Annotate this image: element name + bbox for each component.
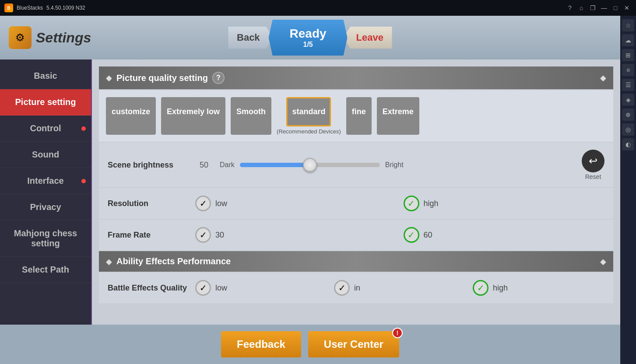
feedback-button[interactable]: Feedback: [221, 331, 301, 357]
framerate-30-label: 30: [215, 231, 224, 240]
ready-button[interactable]: Ready 1/5: [269, 20, 348, 56]
sidebar-item-privacy[interactable]: Privacy: [0, 194, 91, 220]
bottom-bar: Feedback User Center !: [0, 325, 620, 364]
battle-low-check[interactable]: ✓: [195, 280, 211, 296]
option-fine-wrapper: fine: [346, 97, 372, 135]
sidebar-icon-6[interactable]: ◈: [622, 94, 634, 106]
interface-notification-dot: [81, 179, 86, 183]
resolution-high-option[interactable]: ✓ high: [404, 196, 605, 211]
option-standard-sub: (Recommended Devices): [277, 128, 341, 135]
framerate-label: Frame Rate: [108, 231, 195, 240]
sidebar-item-interface[interactable]: Interface: [0, 168, 91, 194]
resolution-toggle-row: ✓ low ✓ high: [195, 196, 604, 211]
ability-header-icon-left: ◆: [106, 257, 112, 266]
sidebar-icon-3[interactable]: ⊞: [622, 49, 634, 61]
battle-high-check[interactable]: ✓: [473, 280, 488, 296]
settings-content: ◆ Picture quality setting ? ◆ customize …: [92, 60, 620, 325]
help-icon[interactable]: ?: [212, 72, 225, 84]
ready-sub: 1/5: [282, 41, 334, 49]
quality-options: customize Extremely low Smooth standard: [99, 90, 613, 142]
option-smooth[interactable]: Smooth: [231, 97, 271, 135]
brightness-row: Scene brightness 50 Dark Bright ↩ Reset: [99, 143, 613, 187]
option-customize[interactable]: customize: [106, 97, 156, 135]
settings-icon: ⚙: [15, 32, 25, 44]
help-button[interactable]: ?: [565, 3, 575, 13]
sidebar-item-sound[interactable]: Sound: [0, 142, 91, 168]
sidebar-icon-4[interactable]: ≡: [622, 64, 634, 76]
sidebar-icon-8[interactable]: ◎: [622, 123, 634, 136]
back-button[interactable]: Back: [228, 27, 273, 49]
reset-label: Reset: [585, 173, 601, 180]
restore-button[interactable]: □: [611, 3, 620, 13]
home-button[interactable]: ⌂: [576, 3, 586, 13]
battle-low-label: low: [215, 284, 227, 293]
slider-thumb[interactable]: [303, 158, 317, 172]
option-standard[interactable]: standard: [286, 97, 331, 126]
close-button[interactable]: ✕: [622, 3, 632, 13]
left-sidebar: Basic Picture setting Control Sound Inte…: [0, 60, 92, 325]
sidebar-item-basic[interactable]: Basic: [0, 63, 91, 89]
user-center-button[interactable]: User Center !: [308, 331, 399, 357]
option-customize-wrapper: customize: [106, 97, 156, 135]
user-center-label: User Center: [324, 338, 383, 350]
window-controls: ? ⌂ ❐ — □ ✕: [565, 3, 632, 13]
sidebar-icon-7[interactable]: ⊕: [622, 108, 634, 121]
option-extremely-low[interactable]: Extremely low: [161, 97, 225, 135]
battle-effects-toggle-row: ✓ low ✓ in ✓ high: [195, 280, 604, 296]
battle-in-option[interactable]: ✓ in: [334, 280, 466, 296]
picture-quality-title: Picture quality setting: [116, 73, 208, 83]
option-fine[interactable]: fine: [346, 97, 372, 135]
framerate-toggle-row: ✓ 30 ✓ 60: [195, 227, 604, 243]
option-standard-wrapper: standard (Recommended Devices): [277, 97, 341, 135]
leave-button[interactable]: Leave: [343, 27, 392, 49]
battle-effects-row: Battle Effects Quality ✓ low ✓ in ✓ high: [99, 273, 613, 303]
brightness-value: 50: [195, 161, 213, 170]
bright-label: Bright: [385, 161, 404, 169]
windows-button[interactable]: ❐: [588, 3, 597, 13]
app-area: ⚙ Settings Back Ready 1/5 Leave Basic Pi…: [0, 16, 620, 364]
battle-in-label: in: [354, 284, 360, 293]
resolution-high-check[interactable]: ✓: [404, 196, 419, 211]
battle-low-option[interactable]: ✓ low: [195, 280, 327, 296]
control-notification-dot: [81, 126, 86, 131]
battle-high-label: high: [493, 284, 508, 293]
expand-icon[interactable]: ◆: [600, 73, 606, 83]
resolution-low-check[interactable]: ✓: [195, 196, 211, 211]
sidebar-item-control[interactable]: Control: [0, 116, 91, 142]
framerate-60-option[interactable]: ✓ 60: [404, 227, 605, 243]
resolution-row: Resolution ✓ low ✓ high: [99, 188, 613, 219]
brightness-slider[interactable]: [240, 163, 380, 167]
framerate-30-option[interactable]: ✓ 30: [195, 227, 397, 243]
battle-high-option[interactable]: ✓ high: [473, 280, 604, 296]
header-icon-left: ◆: [106, 73, 112, 83]
framerate-60-check[interactable]: ✓: [404, 227, 419, 243]
sidebar-icon-1[interactable]: ☆: [622, 19, 634, 32]
framerate-30-check[interactable]: ✓: [195, 227, 211, 243]
resolution-low-label: low: [215, 199, 227, 208]
reset-button[interactable]: ↩: [582, 150, 604, 172]
settings-logo-icon: ⚙: [9, 26, 32, 49]
resolution-low-option[interactable]: ✓ low: [195, 196, 397, 211]
minimize-button[interactable]: —: [599, 3, 609, 13]
sidebar-icon-9[interactable]: ◐: [622, 138, 634, 150]
sidebar-icon-2[interactable]: ☁: [622, 34, 634, 46]
app-logo: B: [4, 4, 13, 12]
ability-expand-icon[interactable]: ◆: [600, 257, 606, 266]
ability-effects-header: ◆ Ability Effects Performance ◆: [99, 251, 613, 272]
sidebar-item-mahjong[interactable]: Mahjong chess setting: [0, 220, 91, 257]
top-nav: ⚙ Settings Back Ready 1/5 Leave: [0, 16, 620, 60]
option-extremely-low-wrapper: Extremely low: [161, 97, 225, 135]
battle-effects-label: Battle Effects Quality: [108, 284, 195, 293]
battle-in-check[interactable]: ✓: [334, 280, 350, 296]
sidebar-item-selectpath[interactable]: Select Path: [0, 257, 91, 283]
app-name: BlueStacks: [17, 5, 43, 11]
sidebar-item-picture[interactable]: Picture setting: [0, 89, 91, 116]
settings-title: Settings: [36, 30, 91, 46]
picture-quality-header: ◆ Picture quality setting ? ◆: [99, 66, 613, 89]
option-extreme[interactable]: Extreme: [377, 97, 419, 135]
framerate-60-label: 60: [424, 231, 432, 240]
framerate-row: Frame Rate ✓ 30 ✓ 60: [99, 220, 613, 250]
right-sidebar: ☆ ☁ ⊞ ≡ ☰ ◈ ⊕ ◎ ◐: [620, 16, 636, 364]
resolution-high-label: high: [424, 199, 439, 208]
sidebar-icon-5[interactable]: ☰: [622, 79, 634, 91]
